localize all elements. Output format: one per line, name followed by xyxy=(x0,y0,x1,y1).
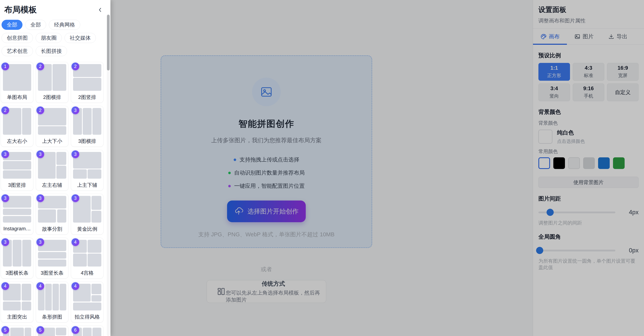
template-label: 3图横排 xyxy=(73,138,101,145)
template-label: 3图竖长条 xyxy=(38,270,66,276)
template-card[interactable]: 2上大下小 xyxy=(36,106,68,147)
thumbnail-block xyxy=(22,240,31,267)
tab-画布[interactable]: 画布 xyxy=(533,29,567,44)
image-count-badge: 3 xyxy=(36,150,44,158)
image-count-badge: 3 xyxy=(1,150,9,158)
settings-panel: 设置面板 调整画布和图片属性 画布图片导出 预设比例 1:1正方形4:3标准16… xyxy=(533,0,644,336)
template-card[interactable]: 4条形拼图 xyxy=(36,282,68,323)
spacing-slider-thumb[interactable] xyxy=(546,209,554,216)
feature-text: 支持拖拽上传或点击选择 xyxy=(240,156,299,163)
template-card[interactable]: 3上主下辅 xyxy=(71,150,104,191)
feature-list: 支持拖拽上传或点击选择自动识别图片数量并推荐布局一键应用，智能配置图片位置 xyxy=(228,156,305,190)
image-count-badge: 2 xyxy=(72,62,79,70)
common-color-swatch[interactable] xyxy=(568,157,580,169)
image-count-badge: 5 xyxy=(36,326,44,334)
feature-bullet-dot xyxy=(228,185,231,187)
common-color-swatch[interactable] xyxy=(553,157,565,169)
filter-chip-全部[interactable]: 全部 xyxy=(2,20,22,30)
spacing-slider-row: 4px xyxy=(538,209,638,216)
template-card[interactable]: 22图竖排 xyxy=(71,62,104,103)
template-card[interactable]: 33图横排 xyxy=(71,106,104,147)
or-divider: 或者 xyxy=(261,266,272,273)
ratio-value: 4:3 xyxy=(585,65,592,71)
image-count-badge: 3 xyxy=(72,106,79,114)
layout-templates-drawer: 布局模板 全部全部经典网格创意拼图朋友圈社交媒体艺术创意长图拼接 1单图布局22… xyxy=(0,0,110,336)
radius-slider-track[interactable] xyxy=(538,250,615,251)
filter-chip-朋友圈[interactable]: 朋友圈 xyxy=(36,33,62,43)
filter-chip-经典网格[interactable]: 经典网格 xyxy=(49,20,80,30)
use-bg-image-button[interactable]: 使用背景图片 xyxy=(538,177,638,188)
template-card[interactable]: 6 xyxy=(71,326,104,336)
ratio-button-9:16[interactable]: 9:16手机 xyxy=(573,83,604,101)
bg-section-title: 背景颜色 xyxy=(538,108,638,116)
thumbnail-block xyxy=(38,209,56,223)
common-colors-label: 常用颜色 xyxy=(538,148,638,155)
feature-bullet-dot xyxy=(234,159,236,161)
tab-图片[interactable]: 图片 xyxy=(567,29,601,44)
thumbnail-block xyxy=(92,211,101,223)
ratio-button-1:1[interactable]: 1:1正方形 xyxy=(538,63,570,81)
filter-chip-创意拼图[interactable]: 创意拼图 xyxy=(2,33,33,43)
template-label: 主图突出 xyxy=(3,314,31,320)
ratio-button-3:4[interactable]: 3:4竖向 xyxy=(538,83,570,101)
thumbnail-block xyxy=(73,303,101,311)
image-count-badge: 4 xyxy=(1,282,9,290)
choose-images-button[interactable]: 选择图片开始创作 xyxy=(227,201,306,222)
ratio-button-16:9[interactable]: 16:9宽屏 xyxy=(607,63,638,81)
template-card[interactable]: 33图横长条 xyxy=(1,238,33,279)
bg-color-hint: 点击选择颜色 xyxy=(557,138,585,144)
template-card[interactable]: 3Instagram… xyxy=(1,194,33,235)
image-count-badge: 6 xyxy=(72,326,79,334)
ratio-value: 3:4 xyxy=(550,85,558,91)
ratio-button-4:3[interactable]: 4:3标准 xyxy=(573,63,604,81)
bg-color-row: 纯白色 点击选择颜色 xyxy=(538,129,638,144)
drawer-scrollbar[interactable] xyxy=(107,14,110,336)
tab-导出[interactable]: 导出 xyxy=(601,29,635,44)
thumbnail-block xyxy=(56,166,66,179)
thumbnail-block xyxy=(22,302,31,311)
template-card[interactable]: 1单图布局 xyxy=(1,62,33,103)
template-label: 左主右辅 xyxy=(38,182,66,189)
drawer-scrollbar-thumb[interactable] xyxy=(107,15,110,70)
common-color-swatch[interactable] xyxy=(598,157,610,169)
traditional-mode-title: 传统方式 xyxy=(262,280,285,288)
collapse-drawer-button[interactable] xyxy=(96,5,104,14)
ratio-button-自定义[interactable]: 自定义 xyxy=(607,83,638,101)
common-color-swatch[interactable] xyxy=(538,157,550,169)
template-card[interactable]: 5 xyxy=(1,326,33,336)
template-card[interactable]: 3左主右辅 xyxy=(36,150,68,191)
common-color-swatch[interactable] xyxy=(613,157,625,169)
feature-text: 自动识别图片数量并推荐布局 xyxy=(234,169,305,177)
bg-color-picker-swatch[interactable] xyxy=(538,130,552,144)
traditional-mode-card[interactable]: 传统方式 您可以先从左上角选择布局模板，然后再添加图片 xyxy=(207,280,326,303)
thumbnail-block xyxy=(22,108,31,135)
template-card[interactable]: 4拍立得风格 xyxy=(71,282,104,323)
settings-subtitle: 调整画布和图片属性 xyxy=(538,17,638,24)
ratio-label: 标准 xyxy=(584,72,593,79)
template-card[interactable]: 3黄金比例 xyxy=(71,194,104,235)
radius-slider-thumb[interactable] xyxy=(536,247,543,254)
filter-chip-艺术创意[interactable]: 艺术创意 xyxy=(2,46,33,56)
thumbnail-block xyxy=(38,260,66,267)
thumbnail-block xyxy=(45,284,52,311)
spacing-slider-track[interactable] xyxy=(538,212,615,213)
template-card[interactable]: 2左大右小 xyxy=(1,106,33,147)
filter-chip-长图拼接[interactable]: 长图拼接 xyxy=(36,46,67,56)
feature-item: 自动识别图片数量并推荐布局 xyxy=(228,169,305,177)
filter-chip-全部[interactable]: 全部 xyxy=(25,20,46,30)
upload-dropzone[interactable]: 智能拼图创作 上传多张图片，我们为您推荐最佳布局方案 支持拖拽上传或点击选择自动… xyxy=(160,55,372,248)
template-card[interactable]: 4主图突出 xyxy=(1,282,33,323)
ratio-label: 手机 xyxy=(584,93,593,99)
image-icon xyxy=(260,85,273,98)
template-card[interactable]: 3故事分割 xyxy=(36,194,68,235)
template-card[interactable]: 22图横排 xyxy=(36,62,68,103)
template-card[interactable]: 33图竖长条 xyxy=(36,238,68,279)
filter-chips: 全部全部经典网格创意拼图朋友圈社交媒体艺术创意长图拼接 xyxy=(0,20,110,56)
common-color-swatch[interactable] xyxy=(583,157,595,169)
template-card[interactable]: 5 xyxy=(36,326,68,336)
filter-chip-社交媒体[interactable]: 社交媒体 xyxy=(64,33,96,43)
template-label: 上大下小 xyxy=(38,138,66,145)
template-card[interactable]: 44宫格 xyxy=(71,238,104,279)
template-card[interactable]: 33图竖排 xyxy=(1,150,33,191)
template-label: 4宫格 xyxy=(73,270,101,276)
